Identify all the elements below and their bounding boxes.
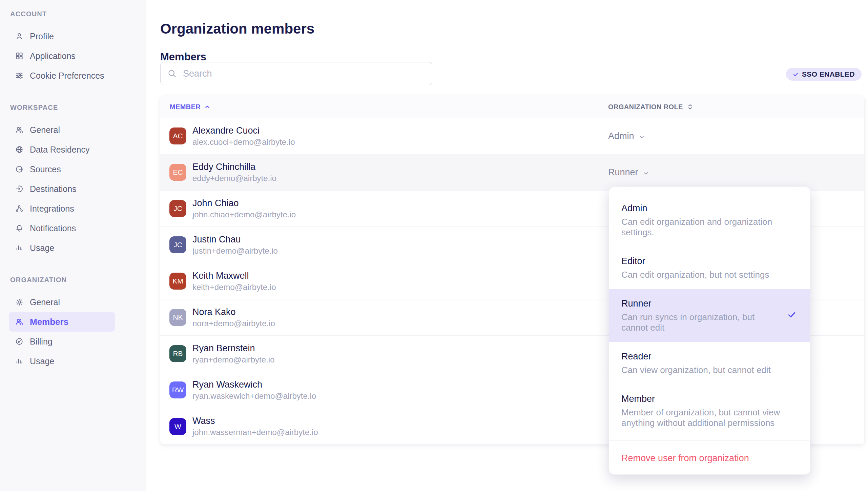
sidebar-item-members[interactable]: Members <box>9 312 115 332</box>
bell-icon <box>15 224 24 233</box>
avatar: NK <box>169 309 186 326</box>
member-name: John Chiao <box>192 198 296 209</box>
search-input[interactable] <box>182 68 425 79</box>
table-row[interactable]: AC Alexandre Cuocialex.cuoci+demo@airbyt… <box>160 118 864 154</box>
role-option-editor[interactable]: Editor Can edit organization, but not se… <box>609 247 810 289</box>
sidebar-item-organization-usage[interactable]: Usage <box>9 351 115 371</box>
gear-icon <box>15 298 24 307</box>
column-header-member[interactable]: MEMBER <box>170 96 211 118</box>
source-icon <box>15 165 24 174</box>
sidebar-item-label: Profile <box>30 32 54 41</box>
check-icon <box>793 72 799 77</box>
chevron-down-icon <box>638 134 645 140</box>
sidebar-item-label: Integrations <box>30 204 74 214</box>
sliders-icon <box>15 71 24 80</box>
sidebar-item-data-residency[interactable]: Data Residency <box>9 140 115 159</box>
avatar: KM <box>169 273 186 290</box>
member-email: nora+demo@airbyte.io <box>192 318 275 329</box>
settings-sidebar: ACCOUNT Profile Applications Cookie Pref… <box>0 0 146 491</box>
sidebar-item-label: Billing <box>30 337 53 347</box>
user-icon <box>15 32 24 41</box>
sidebar-item-label: Members <box>30 317 68 327</box>
sso-enabled-badge: SSO ENABLED <box>786 68 862 81</box>
destination-icon <box>15 184 24 193</box>
sidebar-item-billing[interactable]: Billing <box>9 332 115 351</box>
avatar: W <box>169 418 186 435</box>
sidebar-item-label: General <box>30 297 60 307</box>
member-name: Keith Maxwell <box>192 270 276 281</box>
role-option-reader[interactable]: Reader Can view organization, but cannot… <box>609 342 810 384</box>
avatar: RW <box>169 381 186 398</box>
sidebar-item-label: Sources <box>30 164 61 174</box>
sidebar-item-workspace-usage[interactable]: Usage <box>9 238 115 258</box>
sidebar-item-notifications[interactable]: Notifications <box>9 218 115 238</box>
member-name: Eddy Chinchilla <box>192 161 276 172</box>
organization-members-page: ACCOUNT Profile Applications Cookie Pref… <box>0 0 868 491</box>
search-icon <box>167 69 177 78</box>
role-option-runner[interactable]: Runner Can run syncs in organization, bu… <box>609 289 810 342</box>
member-email: john.wasserman+demo@airbyte.io <box>192 427 318 437</box>
avatar: JC <box>169 236 186 253</box>
sidebar-item-label: Notifications <box>30 223 76 233</box>
member-name: Ryan Waskewich <box>192 379 316 390</box>
member-name: Ryan Bernstein <box>192 343 274 354</box>
member-email: eddy+demo@airbyte.io <box>192 173 276 183</box>
table-row[interactable]: EC Eddy Chinchillaeddy+demo@airbyte.io R… <box>160 154 864 191</box>
sidebar-item-sources[interactable]: Sources <box>9 159 115 179</box>
role-select[interactable]: Admin <box>608 118 645 154</box>
page-title: Organization members <box>160 21 314 37</box>
member-name: Nora Kako <box>192 307 275 317</box>
sort-ascending-icon <box>204 103 211 110</box>
avatar: JC <box>169 200 186 217</box>
member-email: justin+demo@airbyte.io <box>192 246 278 256</box>
member-search <box>160 62 432 85</box>
sidebar-item-label: Applications <box>30 51 76 61</box>
sidebar-item-profile[interactable]: Profile <box>9 26 115 46</box>
role-dropdown-menu: Admin Can edit organization and organiza… <box>609 186 810 475</box>
member-email: ryan+demo@airbyte.io <box>192 355 274 365</box>
sidebar-item-label: Destinations <box>30 184 77 194</box>
grid-icon <box>15 52 24 60</box>
integrations-icon <box>15 204 24 213</box>
sidebar-item-label: General <box>30 125 60 135</box>
billing-icon <box>15 337 24 346</box>
sidebar-item-label: Usage <box>30 356 54 366</box>
sidebar-item-label: Cookie Preferences <box>30 71 104 81</box>
users-icon <box>15 317 24 326</box>
sidebar-section-workspace: WORKSPACE <box>10 104 146 111</box>
sidebar-item-integrations[interactable]: Integrations <box>9 199 115 218</box>
chevron-down-icon <box>642 170 649 177</box>
role-option-member[interactable]: Member Member of organization, but canno… <box>609 384 810 437</box>
sidebar-section-account: ACCOUNT <box>10 10 146 18</box>
role-select[interactable]: Runner <box>608 154 649 191</box>
sidebar-item-organization-general[interactable]: General <box>9 292 115 312</box>
member-email: alex.cuoci+demo@airbyte.io <box>192 137 295 147</box>
role-option-admin[interactable]: Admin Can edit organization and organiza… <box>609 194 810 247</box>
member-email: john.chiao+demo@airbyte.io <box>192 210 296 220</box>
member-email: ryan.waskewich+demo@airbyte.io <box>192 391 316 401</box>
sidebar-item-label: Usage <box>30 243 54 253</box>
table-header: MEMBER ORGANIZATION ROLE <box>160 96 864 118</box>
member-name: Alexandre Cuoci <box>192 125 295 136</box>
member-email: keith+demo@airbyte.io <box>192 282 276 292</box>
member-name: Wass <box>192 415 318 426</box>
sidebar-item-label: Data Residency <box>30 145 89 155</box>
sidebar-item-cookie-preferences[interactable]: Cookie Preferences <box>9 66 115 85</box>
avatar: RB <box>169 345 186 362</box>
sort-both-icon <box>686 103 694 111</box>
check-icon <box>787 310 797 319</box>
avatar: AC <box>169 127 186 144</box>
bar-chart-icon <box>15 357 24 366</box>
sidebar-item-destinations[interactable]: Destinations <box>9 179 115 199</box>
column-header-organization-role[interactable]: ORGANIZATION ROLE <box>608 96 694 118</box>
member-name: Justin Chau <box>192 234 278 245</box>
sidebar-section-organization: ORGANIZATION <box>10 276 146 283</box>
bar-chart-icon <box>15 243 24 252</box>
users-icon <box>15 125 24 134</box>
avatar: EC <box>169 164 186 181</box>
sidebar-item-applications[interactable]: Applications <box>9 46 115 66</box>
remove-user-button[interactable]: Remove user from organization <box>609 440 810 474</box>
members-section-title: Members <box>160 51 206 63</box>
globe-icon <box>15 145 24 154</box>
sidebar-item-workspace-general[interactable]: General <box>9 120 115 140</box>
